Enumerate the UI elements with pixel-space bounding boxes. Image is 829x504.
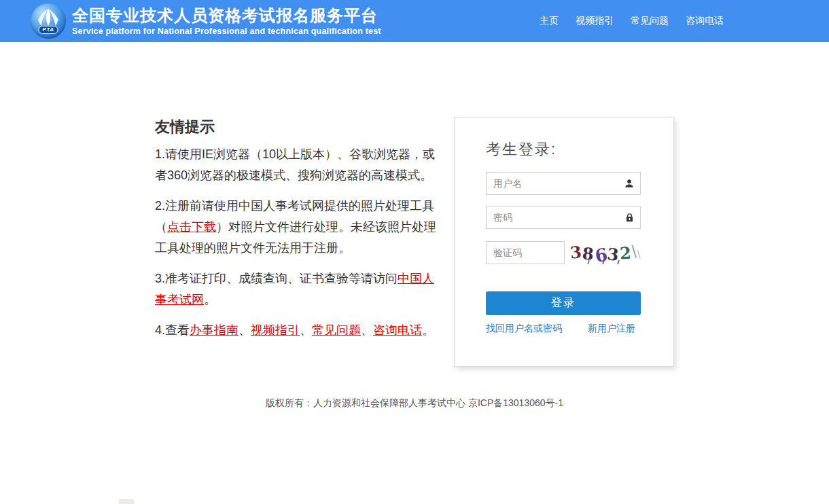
logo-abbr-label: PTA: [39, 26, 58, 34]
tips-heading: 友情提示: [155, 117, 443, 137]
tip-4-sep1: 、: [239, 323, 251, 337]
login-button[interactable]: 登录: [486, 291, 641, 315]
friendly-tips-section: 友情提示 1.请使用IE浏览器（10以上版本）、谷歌浏览器，或者360浏览器的极…: [155, 117, 443, 350]
page-title: 全国专业技术人员资格考试报名服务平台: [72, 7, 381, 24]
forgot-password-link[interactable]: 找回用户名或密码: [486, 323, 562, 335]
nav-hotline-link[interactable]: 咨询电话: [686, 15, 724, 27]
faq-link[interactable]: 常见问题: [312, 323, 361, 337]
tip-3-pre: 3.准考证打印、成绩查询、证书查验等请访问: [155, 272, 398, 285]
captcha-image[interactable]: 38632\\: [570, 240, 641, 266]
captcha-input[interactable]: [486, 241, 565, 264]
nav-home-link[interactable]: 主页: [540, 15, 559, 27]
platform-logo-icon: PTA: [31, 3, 66, 39]
register-link[interactable]: 新用户注册: [588, 323, 635, 335]
password-field-wrap: [486, 206, 641, 229]
tip-item-2: 2.注册前请使用中国人事考试网提供的照片处理工具（点击下载）对照片文件进行处理。…: [155, 196, 443, 259]
password-input[interactable]: [486, 206, 641, 229]
footer: 版权所有：人力资源和社会保障部人事考试中心 京ICP备13013060号-1: [0, 397, 829, 410]
tip-4-pre: 4.查看: [155, 323, 190, 337]
captcha-field-wrap: [486, 241, 565, 264]
username-input[interactable]: [486, 172, 641, 195]
user-icon: [624, 178, 635, 189]
login-card: 考生登录: 386: [454, 117, 674, 367]
tip-item-4: 4.查看办事指南、视频指引、常见问题、咨询电话。: [155, 320, 443, 341]
bottom-partial-artifact: [119, 499, 134, 504]
login-links: 找回用户名或密码 新用户注册: [486, 323, 641, 335]
nav-faq-link[interactable]: 常见问题: [631, 15, 669, 27]
captcha-row: 38632\\: [486, 240, 641, 266]
tip-3-post: 。: [204, 293, 216, 306]
nav-video-guide-link[interactable]: 视频指引: [576, 15, 614, 27]
tip-1-text: 1.请使用IE浏览器（10以上版本）、谷歌浏览器，或者360浏览器的极速模式、搜…: [155, 147, 435, 182]
header-titles: 全国专业技术人员资格考试报名服务平台 Service platform for …: [72, 7, 381, 36]
tip-4-sep3: 、: [361, 323, 373, 337]
download-tool-link[interactable]: 点击下载: [167, 220, 216, 234]
page-subtitle: Service platform for National Profession…: [72, 26, 381, 36]
video-guide-link[interactable]: 视频指引: [251, 323, 300, 337]
tip-4-sep2: 、: [300, 323, 312, 337]
copyright-text: 版权所有：人力资源和社会保障部人事考试中心 京ICP备13013060号-1: [266, 397, 563, 408]
service-guide-link[interactable]: 办事指南: [190, 323, 239, 337]
lock-icon: [624, 212, 635, 223]
main-content: 友情提示 1.请使用IE浏览器（10以上版本）、谷歌浏览器，或者360浏览器的极…: [155, 42, 674, 367]
username-field-wrap: [486, 172, 641, 195]
tip-item-1: 1.请使用IE浏览器（10以上版本）、谷歌浏览器，或者360浏览器的极速模式、搜…: [155, 144, 443, 186]
login-heading: 考生登录:: [486, 139, 641, 160]
tip-4-post: 。: [422, 323, 434, 337]
hotline-link[interactable]: 咨询电话: [373, 323, 422, 337]
header: PTA 全国专业技术人员资格考试报名服务平台 Service platform …: [0, 0, 829, 42]
header-nav: 主页 视频指引 常见问题 咨询电话: [540, 15, 724, 27]
tip-item-3: 3.准考证打印、成绩查询、证书查验等请访问中国人事考试网。: [155, 268, 443, 310]
